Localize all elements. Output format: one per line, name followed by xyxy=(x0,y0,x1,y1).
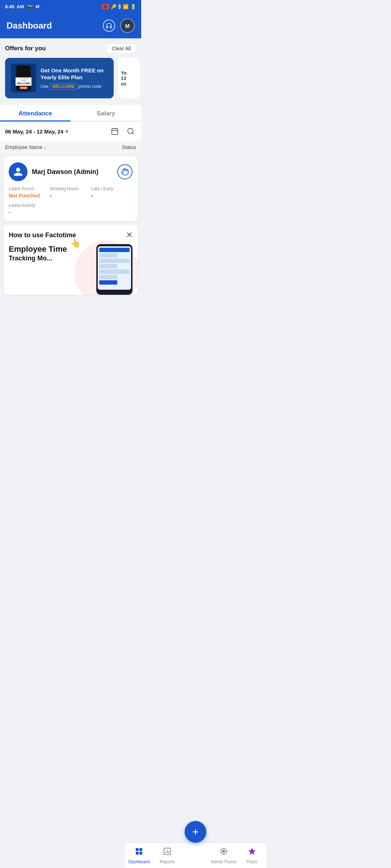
header-icons: M xyxy=(103,18,135,33)
promo-line: Use WELCOME promo code xyxy=(41,83,108,90)
latest-punch-stat: Latest Punch Not Punched xyxy=(9,186,50,199)
employee-avatar xyxy=(9,162,28,181)
support-icon[interactable] xyxy=(103,20,115,32)
promo-code-badge: WELCOME xyxy=(50,83,77,90)
employee-card-header: Marj Dawson (Admin) xyxy=(9,162,133,181)
employee-name-label: Employee Name xyxy=(5,144,43,150)
howto-title: How to use Factotime xyxy=(9,231,76,239)
status-label: Status xyxy=(122,144,136,150)
offer-text: Get One Month FREE on Yearly Elite Plan … xyxy=(41,67,108,90)
latest-activity-section: Latest Activity - xyxy=(9,203,133,215)
employee-name-col: Employee Name ↓ xyxy=(5,144,46,150)
howto-phone-mockup xyxy=(96,244,133,295)
offer-card-partial[interactable]: Yo 13 us xyxy=(118,58,140,98)
tab-salary[interactable]: Salary xyxy=(71,105,141,121)
video-icon: 🎥 xyxy=(102,4,109,9)
latest-activity-label: Latest Activity xyxy=(9,203,133,208)
offer-phone-image: FOR LIMITED PERIOD WELCOME OFFER xyxy=(11,64,36,93)
swap-icon: ⇄ xyxy=(35,4,39,9)
close-icon[interactable]: ✕ xyxy=(126,231,133,239)
header: Dashboard M xyxy=(0,13,141,38)
offer-card-main[interactable]: FOR LIMITED PERIOD WELCOME OFFER Get One… xyxy=(5,58,114,98)
calendar-icon[interactable] xyxy=(109,126,120,137)
filter-icons xyxy=(109,126,136,137)
chevron-down-icon: ▾ xyxy=(66,129,68,134)
howto-card: How to use Factotime ✕ Employee Time Tra… xyxy=(4,225,138,295)
working-hours-value: - xyxy=(50,193,91,199)
battery-icon: 🔋 xyxy=(130,4,136,9)
employee-card: Marj Dawson (Admin) Latest Punch Not Pun… xyxy=(4,157,138,221)
touch-punch-button[interactable] xyxy=(117,164,133,179)
late-early-value: - xyxy=(91,193,133,199)
search-icon[interactable] xyxy=(125,126,136,137)
employee-name: Marj Dawson (Admin) xyxy=(32,168,113,176)
offers-title: Offers for you xyxy=(5,45,46,52)
wifi-icon: 📶 xyxy=(123,4,129,9)
column-headers: Employee Name ↓ Status xyxy=(0,141,141,153)
latest-activity-value: - xyxy=(9,209,133,215)
howto-main-text: Employee Time xyxy=(9,244,93,255)
camera-icon: 📷 xyxy=(28,4,33,9)
offer-headline: Get One Month FREE on Yearly Elite Plan xyxy=(41,67,108,81)
offers-section: Offers for you Clear All FOR LIMITED PER… xyxy=(0,38,141,102)
avatar[interactable]: M xyxy=(120,18,135,33)
svg-line-5 xyxy=(132,133,134,134)
late-early-label: Late / Early xyxy=(91,186,133,191)
latest-punch-label: Latest Punch xyxy=(9,186,50,191)
welcome-badge: FOR LIMITED PERIOD WELCOME xyxy=(16,77,32,86)
offers-header: Offers for you Clear All xyxy=(5,43,136,54)
key-icon: 🔑 xyxy=(111,4,117,9)
filter-row: 06 May, 24 - 12 May, 24 ▾ xyxy=(0,122,141,141)
phone-shape: FOR LIMITED PERIOD WELCOME OFFER xyxy=(16,65,31,91)
am-pm-display: AM xyxy=(17,4,24,9)
status-bar-left: 8:45 AM 📷 ⇄ xyxy=(5,4,39,9)
offer-label: OFFER xyxy=(20,86,28,89)
employee-stats: Latest Punch Not Punched Working Hours -… xyxy=(9,186,133,199)
late-early-stat: Late / Early - xyxy=(91,186,133,199)
bluetooth-icon: ₿ xyxy=(118,4,121,9)
howto-phone-screen xyxy=(98,246,131,290)
time-display: 8:45 xyxy=(5,4,14,9)
date-range-label: 06 May, 24 - 12 May, 24 xyxy=(5,128,63,135)
page-title: Dashboard xyxy=(7,21,52,31)
svg-rect-0 xyxy=(112,129,118,135)
main-content: Offers for you Clear All FOR LIMITED PER… xyxy=(0,38,141,324)
status-bar-right: 🎥 🔑 ₿ 📶 🔋 xyxy=(102,4,136,9)
tab-attendance[interactable]: Attendance xyxy=(0,105,71,121)
sort-arrow-icon[interactable]: ↓ xyxy=(44,145,47,150)
tabs-section: Attendance Salary 06 May, 24 - 12 May, 2… xyxy=(0,105,141,141)
howto-header: How to use Factotime ✕ xyxy=(9,231,133,239)
status-bar: 8:45 AM 📷 ⇄ 🎥 🔑 ₿ 📶 🔋 xyxy=(0,0,141,13)
working-hours-stat: Working Hours - xyxy=(50,186,91,199)
working-hours-label: Working Hours xyxy=(50,186,91,191)
clear-all-button[interactable]: Clear All xyxy=(106,43,136,54)
offer-cards-row: FOR LIMITED PERIOD WELCOME OFFER Get One… xyxy=(5,58,136,98)
latest-punch-value: Not Punched xyxy=(9,193,50,199)
svg-point-4 xyxy=(128,128,133,134)
howto-content: Employee Time Tracking Mo... xyxy=(9,244,133,295)
date-range-selector[interactable]: 06 May, 24 - 12 May, 24 ▾ xyxy=(5,128,68,135)
tabs-row: Attendance Salary xyxy=(0,105,141,122)
